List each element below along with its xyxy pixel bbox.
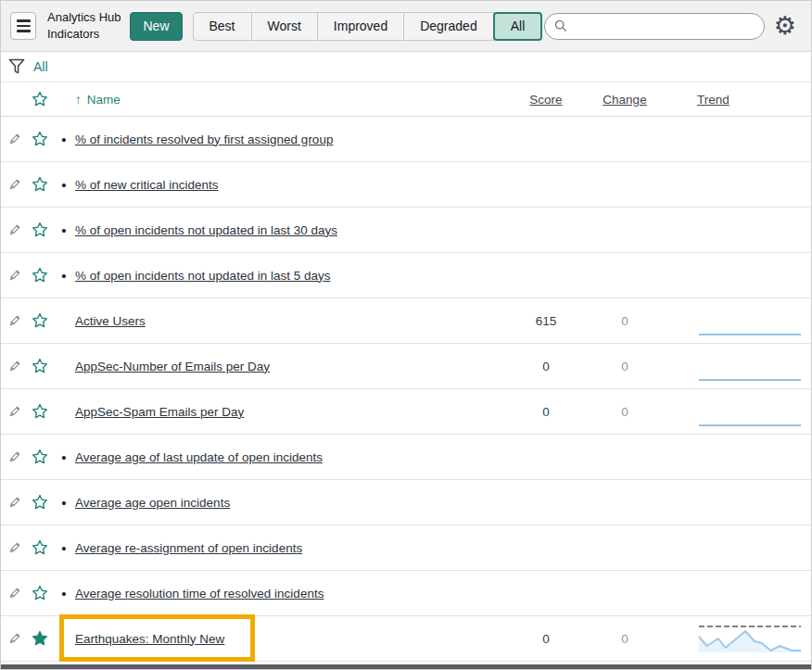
bullet-icon: • [53,495,75,511]
indicator-link[interactable]: Average resolution time of resolved inci… [75,587,324,600]
star-icon[interactable] [27,221,53,238]
indicator-link[interactable]: Active Users [75,314,146,328]
indicator-link[interactable]: % of new critical incidents [75,178,219,192]
edit-pencil-button[interactable] [1,586,27,600]
bottom-scrollbar-strip[interactable] [1,664,811,669]
indicator-link[interactable]: % of open incidents not updated in last … [75,223,337,237]
indicator-link[interactable]: % of incidents resolved by first assigne… [75,133,333,146]
star-icon[interactable] [27,403,53,420]
all-button[interactable]: All [493,12,543,41]
table-row: • % of open incidents not updated in las… [1,253,811,298]
star-icon[interactable] [27,358,53,374]
funnel-icon[interactable] [7,57,26,76]
star-icon[interactable] [27,267,53,284]
table-row: • Average age open incidents [1,480,811,525]
trend-cell [690,525,811,571]
hamburger-menu-icon [17,19,31,22]
indicator-link[interactable]: AppSec-Spam Emails per Day [75,405,244,419]
table-row: AppSec-Spam Emails per Day 0 0 [1,389,811,435]
edit-pencil-button[interactable] [1,132,27,146]
edit-pencil-button[interactable] [1,449,27,464]
edit-pencil-button[interactable] [1,268,27,283]
star-icon[interactable] [27,449,53,465]
edit-pencil-button[interactable] [1,313,27,328]
filter-all-link[interactable]: All [33,59,48,74]
edit-pencil-button[interactable] [1,631,27,646]
star-icon[interactable] [27,494,53,511]
table-row: • % of new critical incidents [1,162,811,208]
trend-cell [690,344,811,389]
new-button[interactable]: New [130,12,182,41]
star-icon[interactable] [27,585,53,601]
table-row: • Average re-assignment of open incident… [1,525,811,571]
table-row: Active Users 615 0 [1,298,811,344]
search-box[interactable] [544,13,765,40]
bullet-icon: • [53,586,75,601]
edit-pencil-button[interactable] [1,222,27,237]
indicator-link[interactable]: Average age of last update of open incid… [75,450,323,464]
score-value: 0 [504,405,588,419]
edit-pencil-button[interactable] [1,495,27,510]
trend-cell [690,253,811,298]
header-star-icon[interactable] [27,91,53,107]
bullet-icon: • [53,268,75,284]
score-value: 615 [504,314,588,328]
edit-pencil-button[interactable] [1,177,27,192]
score-value: 0 [504,360,588,373]
trend-cell [690,208,811,253]
indicator-link[interactable]: Average re-assignment of open incidents [75,541,302,555]
table-row: • % of incidents resolved by first assig… [1,117,811,162]
worst-button[interactable]: Worst [251,12,318,41]
edit-pencil-button[interactable] [1,540,27,555]
change-value: 0 [588,360,662,373]
indicator-link[interactable]: AppSec-Number of Emails per Day [75,360,270,373]
bullet-icon: • [53,540,75,556]
sort-up-icon: ↑ [75,93,82,107]
change-value: 0 [588,632,662,646]
indicator-link[interactable]: Earthquakes: Monthly New [75,632,224,646]
indicator-link[interactable]: % of open incidents not updated in last … [75,269,330,283]
degraded-button[interactable]: Degraded [403,12,494,41]
bullet-icon: • [53,222,75,238]
change-value: 0 [588,314,662,328]
star-icon[interactable] [27,312,53,329]
improved-button[interactable]: Improved [317,12,404,41]
best-button[interactable]: Best [193,12,252,41]
star-icon[interactable] [27,539,53,556]
hamburger-menu-button[interactable] [10,12,36,40]
table-row: AppSec-Number of Emails per Day 0 0 [1,344,811,389]
analytics-hub-window: Analytics Hub Indicators New Best Worst … [0,0,812,670]
header-trend[interactable]: Trend [690,77,811,122]
bullet-icon: • [53,177,75,193]
table-row: • % of open incidents not updated in las… [1,208,811,253]
header-name[interactable]: ↑Name [75,93,504,107]
header-change[interactable]: Change [588,93,662,107]
bullet-icon: • [53,132,75,147]
top-bar: Analytics Hub Indicators New Best Worst … [1,1,811,52]
table-header-row: ↑Name Score Change Trend [1,82,811,117]
score-value: 0 [504,632,588,646]
page-title: Analytics Hub Indicators [47,9,121,42]
star-icon-filled[interactable] [27,630,53,647]
table-row-highlighted: Earthquakes: Monthly New 0 0 [1,616,811,662]
trend-cell [690,117,811,162]
search-input[interactable] [573,19,755,33]
trend-cell [690,435,811,480]
table-row: • Average age of last update of open inc… [1,435,811,480]
bullet-icon: • [53,449,75,465]
trend-cell [690,480,811,525]
trend-cell [690,571,811,616]
star-icon[interactable] [27,176,53,193]
edit-pencil-button[interactable] [1,359,27,373]
trend-cell [690,616,811,662]
trend-cell [690,298,811,344]
gear-icon[interactable]: ⚙ [774,14,796,39]
search-icon [554,19,567,32]
star-icon[interactable] [27,131,53,147]
header-score[interactable]: Score [504,93,588,107]
trend-cell [690,162,811,208]
indicator-link[interactable]: Average age open incidents [75,496,230,510]
indicator-filter-button-group: Best Worst Improved Degraded All [193,12,543,41]
edit-pencil-button[interactable] [1,404,27,419]
trend-cell [690,389,811,435]
